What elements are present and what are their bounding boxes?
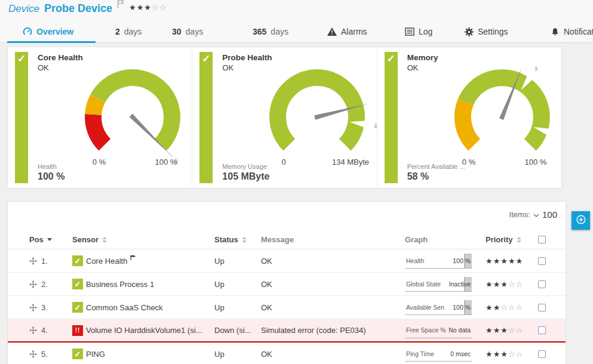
graph-channel-label: Health	[405, 257, 424, 264]
graph-value: Inactive	[449, 280, 472, 288]
column-header-message: Message	[261, 235, 405, 244]
row-checkbox[interactable]	[538, 304, 546, 311]
ok-check-icon: ✓	[72, 279, 83, 289]
position-number: 3.	[41, 303, 48, 312]
tab-settings[interactable]: Settings	[465, 21, 508, 42]
items-count-dropdown[interactable]: Items: 100	[509, 209, 557, 220]
gauge-metric: Percent Available ...58 %	[407, 163, 465, 182]
prtg-device-page: Device Probe Device ★★★☆☆ Overview2days3…	[0, 0, 593, 364]
position-number: 1.	[41, 257, 48, 266]
gauge-card-memory[interactable]: ✓MemoryOKx̄0 %100 %Percent Available ...…	[377, 47, 561, 188]
sensor-name-link[interactable]: Business Process 1	[86, 280, 154, 289]
position-number: 5.	[41, 350, 48, 359]
flag-icon[interactable]	[117, 0, 124, 11]
sensor-name-link[interactable]: Core Health	[86, 257, 127, 266]
table-row[interactable]: 2.✓Business Process 1UpOKGlobal StateIna…	[8, 273, 566, 296]
message-cell: Simulated error (code: PE034)	[261, 326, 405, 335]
move-icon[interactable]	[29, 257, 37, 265]
gauge-card-core-health[interactable]: ✓Core HealthOKx̄0 %100 %Health100 %	[8, 47, 192, 188]
metric-value: 105 MByte	[222, 171, 269, 182]
move-icon[interactable]	[29, 304, 37, 311]
column-header-sensor[interactable]: Sensor	[72, 235, 214, 244]
items-count-value: 100	[542, 209, 557, 220]
check-icon: ✓	[17, 53, 26, 64]
bell-icon	[551, 27, 560, 36]
ok-check-icon: ✓	[72, 302, 83, 313]
tab-365-days[interactable]: 365days	[253, 21, 288, 42]
gauge-metric: Memory Usage105 MByte	[222, 163, 269, 182]
move-icon[interactable]	[29, 350, 37, 358]
row-checkbox[interactable]	[538, 350, 546, 358]
sensor-name-link[interactable]: PING	[86, 350, 105, 359]
graph-channel-label: Available Sen	[405, 304, 444, 311]
tab-log[interactable]: Log	[405, 21, 432, 42]
row-checkbox[interactable]	[538, 326, 546, 334]
ok-status-bar: ✓	[15, 52, 28, 183]
mini-graph[interactable]: Ping Time0 msec	[405, 346, 472, 362]
tab-alarms[interactable]: Alarms	[327, 21, 367, 42]
move-icon[interactable]	[29, 326, 37, 334]
mini-graph[interactable]: Free Space %No data	[405, 323, 472, 338]
sort-icon	[517, 237, 521, 243]
tab-overview[interactable]: Overview	[23, 21, 73, 42]
select-all-checkbox[interactable]	[538, 236, 546, 243]
sensor-cell: ✓PING	[72, 348, 214, 359]
graph-channel-label: Global State	[405, 280, 441, 288]
stars-empty: ☆☆	[508, 280, 523, 289]
graph-channel-label: Ping Time	[405, 350, 434, 357]
gauge-metric: Health100 %	[38, 163, 64, 182]
ok-check-icon: ✓	[72, 348, 83, 359]
column-label: Pos	[29, 235, 44, 244]
message-cell: OK	[261, 303, 405, 312]
gear-icon	[465, 27, 474, 36]
status-cell: Down (si...	[214, 326, 261, 335]
column-header-priority[interactable]: Priority	[486, 235, 538, 244]
priority-stars[interactable]: ★★★☆☆	[486, 280, 538, 289]
table-row[interactable]: 4.!!Volume IO HarddiskVolume1 (si...Down…	[8, 319, 566, 343]
tab-30-days[interactable]: 30days	[172, 21, 203, 42]
stars-empty: ☆☆	[508, 350, 523, 359]
gauge-arc: x̄0 %100 %	[422, 48, 577, 168]
move-icon[interactable]	[29, 280, 37, 288]
position-number: 2.	[41, 280, 48, 289]
gauge-arc: x̄0134 MByte	[236, 48, 392, 168]
table-row[interactable]: 5.✓PINGUpOKPing Time0 msec★★★☆☆	[8, 343, 566, 364]
mini-graph[interactable]: Health100 %	[405, 253, 472, 269]
gauge-card-probe-health[interactable]: ✓Probe HealthOKx̄0134 MByteMemory Usage1…	[192, 47, 377, 188]
status-cell: Up	[214, 303, 261, 312]
tab-notifications[interactable]: Notifications	[551, 21, 593, 42]
sensor-cell: !!Volume IO HarddiskVolume1 (si...	[72, 325, 214, 336]
sensor-name-link[interactable]: Common SaaS Check	[86, 303, 163, 312]
mini-graph[interactable]: Available Sen100 %	[405, 300, 472, 315]
scale-max-label: 134 MByte	[332, 158, 369, 166]
header-checkbox-cell	[538, 236, 566, 243]
stars-filled: ★★★	[486, 350, 508, 359]
metric-label: Percent Available ...	[407, 163, 465, 170]
position-cell: 4.	[29, 326, 72, 335]
column-header-pos[interactable]: Pos	[29, 235, 72, 244]
tab-label: days	[124, 27, 142, 36]
table-header-row: PosSensorStatusMessageGraphPriority	[8, 230, 566, 249]
add-sensor-button[interactable]	[572, 211, 590, 230]
ok-status-bar: ✓	[385, 52, 398, 183]
average-marker-label: x̄	[534, 65, 538, 72]
tab-number: 365	[253, 27, 266, 36]
column-header-status[interactable]: Status	[214, 235, 261, 244]
priority-stars[interactable]: ★★★☆☆	[486, 326, 538, 335]
priority-stars[interactable]: ★★☆☆☆	[486, 303, 538, 312]
priority-stars[interactable]: ★★★★★	[486, 257, 538, 266]
column-label: Sensor	[72, 235, 99, 244]
sensor-name-link[interactable]: Volume IO HarddiskVolume1 (si...	[86, 326, 202, 335]
priority-stars[interactable]: ★★★☆☆	[486, 350, 538, 359]
tab-2-days[interactable]: 2days	[115, 21, 142, 42]
sort-icon	[102, 237, 107, 243]
position-cell: 3.	[29, 303, 72, 312]
row-checkbox[interactable]	[538, 257, 546, 265]
mini-graph[interactable]: Global StateInactive	[405, 276, 472, 292]
priority-stars[interactable]: ★★★☆☆	[129, 3, 167, 12]
table-row[interactable]: 3.✓Common SaaS CheckUpOKAvailable Sen100…	[8, 296, 566, 319]
row-checkbox[interactable]	[538, 280, 546, 288]
table-row[interactable]: 1.✓Core HealthUpOKHealth100 %★★★★★	[8, 249, 566, 273]
graph-value: 0 msec	[450, 350, 472, 357]
tab-label: Alarms	[341, 27, 367, 36]
